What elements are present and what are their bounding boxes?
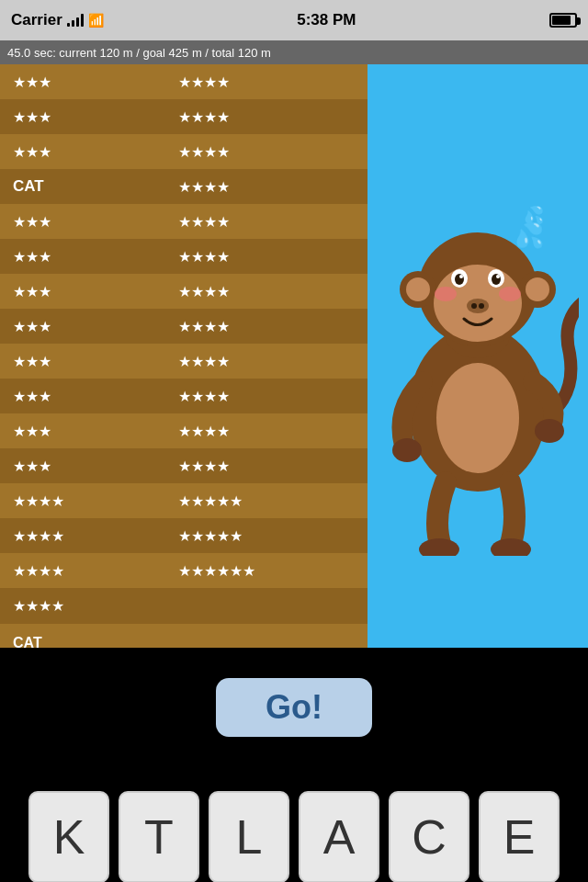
word-left: ★★★ [13,458,178,475]
letter-tile-c[interactable]: C [389,791,469,883]
monkey-panel: 💦 💦 [368,64,588,648]
word-left: ★★★★ [13,562,178,580]
letter-tile-a[interactable]: A [299,791,379,883]
word-row[interactable]: ★★★★★★★ [0,344,368,379]
tiles-area: KTLACE [0,767,588,882]
signal-bars-icon [67,14,84,27]
letter-tile-e[interactable]: E [479,791,560,883]
svg-point-3 [535,419,564,443]
svg-point-1 [436,363,519,473]
svg-text:💦: 💦 [514,220,545,250]
word-row[interactable]: ★★★★★★★★★ [0,518,368,553]
word-left: ★★★ [13,318,178,335]
svg-point-11 [526,277,549,301]
progress-text: 45.0 sec: current 120 m / goal 425 m / t… [7,46,271,60]
battery-icon [549,13,577,28]
word-left: ★★★★ [13,527,178,545]
svg-point-18 [496,275,500,278]
word-right: ★★★★ [178,423,230,440]
word-row[interactable]: ★★★★★★★ [0,134,368,169]
go-button[interactable]: Go! [216,678,372,737]
go-area: Go! [0,648,588,767]
word-row[interactable]: ★★★★★★★ [0,309,368,344]
word-right: ★★★★ [178,248,230,266]
wifi-icon: 📶 [88,13,104,28]
word-left: ★★★ [13,423,178,440]
word-row[interactable]: ★★★★★★★ [0,448,368,483]
word-right: ★★★★ [178,458,230,475]
carrier-label: Carrier [11,11,62,29]
word-row[interactable]: ★★★★★★★★★ [0,483,368,518]
progress-bar: 45.0 sec: current 120 m / goal 425 m / t… [0,40,588,64]
svg-point-2 [392,438,422,462]
svg-point-9 [406,277,430,301]
svg-point-21 [467,299,489,313]
svg-point-22 [471,303,477,309]
word-left: ★★★ [13,74,178,91]
word-right: ★★★★ [178,143,230,161]
word-row[interactable]: ★★★★★★★ [0,274,368,309]
status-time: 5:38 PM [297,11,356,29]
word-row[interactable]: ★★★★★★★ [0,413,368,448]
definition-box: CAT 『猫』;(ライオン,トラ,ヒョウなどの)ネコ科の動物 [0,623,368,648]
word-left: ★★★ [13,283,178,300]
monkey-illustration: 💦 💦 [377,170,579,556]
word-row[interactable]: ★★★★★★★★★★ [0,553,368,588]
word-row[interactable]: ★★★★ [0,588,368,623]
svg-point-5 [491,538,531,556]
word-right: ★★★★ [178,108,230,126]
svg-point-4 [419,538,459,556]
word-row[interactable]: ★★★★★★★ [0,64,368,99]
word-row[interactable]: ★★★★★★★ [0,239,368,274]
word-right: ★★★★ [178,388,230,405]
word-right: ★★★★ [178,318,230,335]
word-right: ★★★★★ [178,527,243,545]
word-left: ★★★ [13,108,178,126]
word-left: ★★★ [13,353,178,370]
word-row[interactable]: ★★★★★★★ [0,99,368,134]
word-left: ★★★ [13,388,178,405]
main-area: ★★★★★★★★★★★★★★★★★★★★★CAT★★★★★★★★★★★★★★★★… [0,64,588,648]
letter-tile-k[interactable]: K [28,791,109,883]
letter-tile-l[interactable]: L [209,791,289,883]
word-left: ★★★ [13,213,178,231]
word-rows-container: ★★★★★★★★★★★★★★★★★★★★★CAT★★★★★★★★★★★★★★★★… [0,64,368,623]
svg-point-23 [479,303,484,309]
word-left: ★★★ [13,143,178,161]
status-carrier: Carrier 📶 [11,11,104,29]
word-right: ★★★★ [178,178,230,196]
word-row[interactable]: ★★★★★★★ [0,204,368,239]
word-panel: ★★★★★★★★★★★★★★★★★★★★★CAT★★★★★★★★★★★★★★★★… [0,64,368,648]
word-left: ★★★★ [13,597,178,615]
word-row[interactable]: CAT★★★★ [0,169,368,204]
svg-point-20 [499,287,521,301]
word-left: CAT [13,177,178,196]
status-bar: Carrier 📶 5:38 PM [0,0,588,40]
word-left: ★★★★ [13,492,178,510]
word-right: ★★★★ [178,283,230,300]
word-right: ★★★★ [178,74,230,91]
letter-tile-t[interactable]: T [119,791,199,883]
word-right: ★★★★ [178,213,230,231]
svg-point-19 [435,287,457,301]
definition-word: CAT [13,635,355,648]
svg-text:💦: 💦 [524,205,545,225]
word-right: ★★★★★ [178,492,243,510]
svg-point-17 [459,275,463,278]
word-row[interactable]: ★★★★★★★ [0,379,368,413]
word-right: ★★★★★★ [178,562,255,580]
word-right: ★★★★ [178,353,230,370]
word-left: ★★★ [13,248,178,266]
